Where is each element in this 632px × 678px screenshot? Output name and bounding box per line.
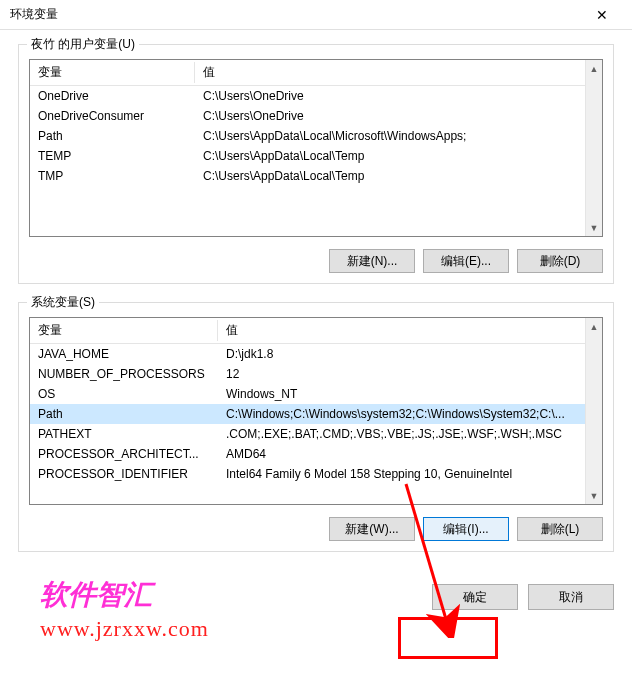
var-name-cell: JAVA_HOME	[30, 344, 218, 365]
ok-button[interactable]: 确定	[432, 584, 518, 610]
var-name-cell: NUMBER_OF_PROCESSORS	[30, 364, 218, 384]
sys-scrollbar[interactable]: ▲ ▼	[585, 318, 602, 504]
var-value-cell: Intel64 Family 6 Model 158 Stepping 10, …	[218, 464, 602, 484]
sys-delete-button[interactable]: 删除(L)	[517, 517, 603, 541]
table-row[interactable]: NUMBER_OF_PROCESSORS12	[30, 364, 602, 384]
sys-col-value[interactable]: 值	[218, 318, 602, 344]
table-row[interactable]: TEMPC:\Users\AppData\Local\Temp	[30, 146, 602, 166]
titlebar: 环境变量 ✕	[0, 0, 632, 30]
sys-edit-button[interactable]: 编辑(I)...	[423, 517, 509, 541]
user-delete-button[interactable]: 删除(D)	[517, 249, 603, 273]
var-name-cell: PATHEXT	[30, 424, 218, 444]
window-title: 环境变量	[10, 6, 582, 23]
user-edit-button[interactable]: 编辑(E)...	[423, 249, 509, 273]
table-row[interactable]: PROCESSOR_IDENTIFIERIntel64 Family 6 Mod…	[30, 464, 602, 484]
var-name-cell: TEMP	[30, 146, 195, 166]
var-value-cell: C:\Users\AppData\Local\Microsoft\Windows…	[195, 126, 602, 146]
user-vars-buttons: 新建(N)... 编辑(E)... 删除(D)	[29, 249, 603, 273]
var-name-cell: OneDrive	[30, 86, 195, 107]
var-name-cell: Path	[30, 404, 218, 424]
cancel-button[interactable]: 取消	[528, 584, 614, 610]
var-name-cell: Path	[30, 126, 195, 146]
table-row[interactable]: PATHEXT.COM;.EXE;.BAT;.CMD;.VBS;.VBE;.JS…	[30, 424, 602, 444]
system-vars-buttons: 新建(W)... 编辑(I)... 删除(L)	[29, 517, 603, 541]
var-value-cell: C:\Windows;C:\Windows\system32;C:\Window…	[218, 404, 602, 424]
user-scrollbar[interactable]: ▲ ▼	[585, 60, 602, 236]
system-vars-table: 变量 值 JAVA_HOMED:\jdk1.8NUMBER_OF_PROCESS…	[30, 318, 602, 484]
table-row[interactable]: PathC:\Windows;C:\Windows\system32;C:\Wi…	[30, 404, 602, 424]
dialog-footer: 确定 取消	[0, 580, 632, 624]
table-row[interactable]: TMPC:\Users\AppData\Local\Temp	[30, 166, 602, 186]
var-value-cell: C:\Users\AppData\Local\Temp	[195, 166, 602, 186]
user-col-value[interactable]: 值	[195, 60, 602, 86]
var-name-cell: OS	[30, 384, 218, 404]
table-row[interactable]: OneDriveC:\Users\OneDrive	[30, 86, 602, 107]
user-vars-group: 夜竹 的用户变量(U) 变量 值 OneDriveC:\Users\OneDri…	[18, 44, 614, 284]
table-row[interactable]: OSWindows_NT	[30, 384, 602, 404]
user-col-name[interactable]: 变量	[30, 60, 195, 86]
table-row[interactable]: PathC:\Users\AppData\Local\Microsoft\Win…	[30, 126, 602, 146]
scroll-up-icon[interactable]: ▲	[586, 318, 602, 335]
system-vars-label: 系统变量(S)	[27, 294, 99, 311]
table-row[interactable]: JAVA_HOMED:\jdk1.8	[30, 344, 602, 365]
var-value-cell: C:\Users\OneDrive	[195, 86, 602, 107]
dialog-content: 夜竹 的用户变量(U) 变量 值 OneDriveC:\Users\OneDri…	[0, 30, 632, 580]
scroll-up-icon[interactable]: ▲	[586, 60, 602, 77]
table-row[interactable]: OneDriveConsumerC:\Users\OneDrive	[30, 106, 602, 126]
var-name-cell: TMP	[30, 166, 195, 186]
scroll-down-icon[interactable]: ▼	[586, 219, 602, 236]
sys-new-button[interactable]: 新建(W)...	[329, 517, 415, 541]
var-value-cell: AMD64	[218, 444, 602, 464]
var-value-cell: D:\jdk1.8	[218, 344, 602, 365]
var-value-cell: .COM;.EXE;.BAT;.CMD;.VBS;.VBE;.JS;.JSE;.…	[218, 424, 602, 444]
var-name-cell: PROCESSOR_IDENTIFIER	[30, 464, 218, 484]
user-vars-table: 变量 值 OneDriveC:\Users\OneDriveOneDriveCo…	[30, 60, 602, 186]
var-value-cell: Windows_NT	[218, 384, 602, 404]
system-vars-group: 系统变量(S) 变量 值 JAVA_HOMED:\jdk1.8NUMBER_OF…	[18, 302, 614, 552]
sys-col-name[interactable]: 变量	[30, 318, 218, 344]
system-vars-table-box[interactable]: 变量 值 JAVA_HOMED:\jdk1.8NUMBER_OF_PROCESS…	[29, 317, 603, 505]
table-row[interactable]: PROCESSOR_ARCHITECT...AMD64	[30, 444, 602, 464]
scroll-down-icon[interactable]: ▼	[586, 487, 602, 504]
var-name-cell: OneDriveConsumer	[30, 106, 195, 126]
var-name-cell: PROCESSOR_ARCHITECT...	[30, 444, 218, 464]
close-icon[interactable]: ✕	[582, 1, 622, 29]
user-new-button[interactable]: 新建(N)...	[329, 249, 415, 273]
user-vars-label: 夜竹 的用户变量(U)	[27, 36, 139, 53]
var-value-cell: 12	[218, 364, 602, 384]
user-vars-table-box[interactable]: 变量 值 OneDriveC:\Users\OneDriveOneDriveCo…	[29, 59, 603, 237]
var-value-cell: C:\Users\AppData\Local\Temp	[195, 146, 602, 166]
var-value-cell: C:\Users\OneDrive	[195, 106, 602, 126]
